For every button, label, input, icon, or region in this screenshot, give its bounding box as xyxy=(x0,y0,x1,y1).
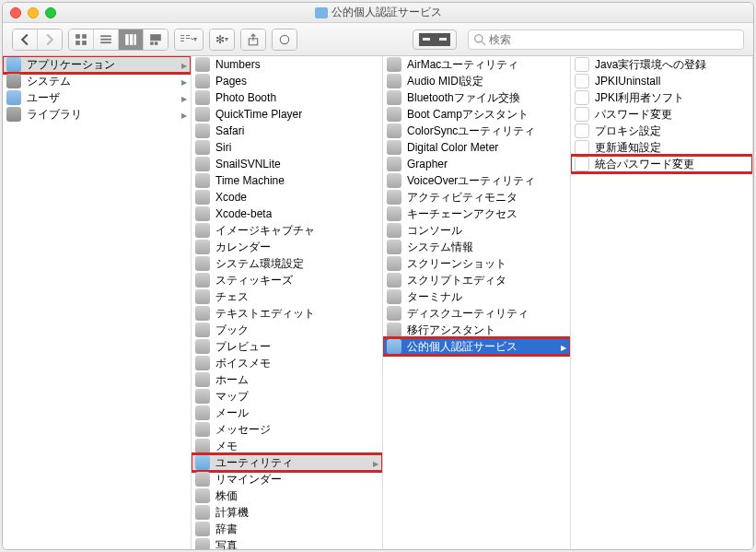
nav-buttons xyxy=(12,29,63,51)
list-item[interactable]: キーチェーンアクセス xyxy=(383,206,570,222)
list-item[interactable]: 公的個人認証サービス xyxy=(383,338,570,355)
list-item[interactable]: ディスクユーティリティ xyxy=(383,305,570,322)
list-item[interactable]: アクティビティモニタ xyxy=(383,189,570,206)
list-item[interactable]: Time Machine xyxy=(192,172,382,189)
list-item[interactable]: SnailSVNLite xyxy=(192,156,382,172)
view-list-button[interactable] xyxy=(94,29,119,50)
list-item[interactable]: 更新通知設定 xyxy=(571,139,752,156)
list-item[interactable]: プロキシ設定 xyxy=(571,123,752,139)
tags-button[interactable] xyxy=(273,29,297,50)
document-icon xyxy=(575,123,589,138)
list-item[interactable]: システム環境設定 xyxy=(192,255,382,272)
item-label: キーチェーンアクセス xyxy=(407,206,518,222)
brand-badge xyxy=(413,29,457,50)
action-button[interactable]: ✻ ▾ xyxy=(210,29,234,50)
column-1[interactable]: アプリケーションシステムユーザライブラリ xyxy=(3,56,192,549)
list-item[interactable]: ブック xyxy=(192,322,382,338)
list-item[interactable]: 移行アシスタント xyxy=(383,322,570,338)
item-label: スクリーンショット xyxy=(407,256,506,272)
list-item[interactable]: Safari xyxy=(192,123,382,139)
list-item[interactable]: メール xyxy=(192,405,382,421)
list-item[interactable]: テキストエディット xyxy=(192,305,382,322)
list-item[interactable]: ColorSyncユーティリティ xyxy=(383,123,570,139)
list-item[interactable]: スクリプトエディタ xyxy=(383,272,570,288)
list-item[interactable]: JPKIUninstall xyxy=(571,73,752,89)
list-item[interactable]: 計算機 xyxy=(192,504,382,521)
list-item[interactable]: ボイスメモ xyxy=(192,355,382,371)
list-item[interactable]: 辞書 xyxy=(192,521,382,537)
list-item[interactable]: 写真 xyxy=(192,537,382,549)
folder-icon xyxy=(315,7,328,18)
list-item[interactable]: チェス xyxy=(192,288,382,305)
list-item[interactable]: メモ xyxy=(192,438,382,454)
list-item[interactable]: Pages xyxy=(192,73,382,89)
list-item[interactable]: Photo Booth xyxy=(192,89,382,106)
list-item[interactable]: アプリケーション xyxy=(3,56,191,73)
list-item[interactable]: Digital Color Meter xyxy=(383,139,570,156)
list-item[interactable]: リマインダー xyxy=(192,471,382,487)
svg-point-20 xyxy=(475,34,483,41)
list-item[interactable]: AirMacユーティリティ xyxy=(383,56,570,73)
view-icon-button[interactable] xyxy=(69,29,94,50)
item-label: パスワード変更 xyxy=(595,107,672,123)
list-item[interactable]: スクリーンショット xyxy=(383,255,570,272)
list-item[interactable]: システム xyxy=(3,73,191,89)
list-item[interactable]: パスワード変更 xyxy=(571,106,752,123)
forward-button[interactable] xyxy=(38,29,62,50)
app-icon xyxy=(195,273,210,288)
item-label: 辞書 xyxy=(215,522,238,537)
list-item[interactable]: マップ xyxy=(192,388,382,405)
column-4[interactable]: Java実行環境への登録JPKIUninstallJPKI利用者ソフトパスワード… xyxy=(571,56,753,549)
list-item[interactable]: Boot Campアシスタント xyxy=(383,106,570,123)
list-item[interactable]: 株価 xyxy=(192,487,382,504)
list-item[interactable]: ライブラリ xyxy=(3,106,191,123)
view-column-button[interactable] xyxy=(119,29,144,50)
svg-point-19 xyxy=(280,35,288,43)
list-item[interactable]: ユーザ xyxy=(3,89,191,106)
list-item[interactable]: コンソール xyxy=(383,222,570,239)
list-item[interactable]: Grapher xyxy=(383,156,570,172)
list-item[interactable]: プレビュー xyxy=(192,338,382,355)
close-icon[interactable] xyxy=(10,7,21,18)
list-item[interactable]: 統合パスワード変更 xyxy=(571,156,752,172)
list-item[interactable]: Siri xyxy=(192,139,382,156)
item-label: 公的個人認証サービス xyxy=(407,339,518,355)
list-item[interactable]: メッセージ xyxy=(192,421,382,438)
zoom-icon[interactable] xyxy=(45,7,56,18)
list-item[interactable]: Xcode xyxy=(192,189,382,206)
list-item[interactable]: スティッキーズ xyxy=(192,272,382,288)
list-item[interactable]: Numbers xyxy=(192,56,382,73)
chevron-right-icon xyxy=(181,60,187,70)
item-label: Audio MIDI設定 xyxy=(407,74,483,89)
svg-rect-7 xyxy=(125,34,129,45)
item-label: コンソール xyxy=(407,223,462,239)
share-button[interactable] xyxy=(241,29,265,50)
app-icon xyxy=(195,90,210,105)
item-label: システム情報 xyxy=(407,240,473,255)
list-item[interactable]: イメージキャプチャ xyxy=(192,222,382,239)
column-3[interactable]: AirMacユーティリティAudio MIDI設定Bluetoothファイル交換… xyxy=(383,56,571,549)
list-item[interactable]: システム情報 xyxy=(383,239,570,255)
list-item[interactable]: Bluetoothファイル交換 xyxy=(383,89,570,106)
list-item[interactable]: QuickTime Player xyxy=(192,106,382,123)
item-label: カレンダー xyxy=(215,240,271,255)
list-item[interactable]: ターミナル xyxy=(383,288,570,305)
list-item[interactable]: JPKI利用者ソフト xyxy=(571,89,752,106)
list-item[interactable]: ユーティリティ xyxy=(192,454,382,471)
list-item[interactable]: Java実行環境への登録 xyxy=(571,56,752,73)
search-input[interactable] xyxy=(468,29,744,50)
column-2[interactable]: NumbersPagesPhoto BoothQuickTime PlayerS… xyxy=(192,56,383,549)
list-item[interactable]: Xcode-beta xyxy=(192,206,382,222)
back-button[interactable] xyxy=(13,29,38,50)
list-item[interactable]: Audio MIDI設定 xyxy=(383,73,570,89)
arrange-button[interactable]: ▾ xyxy=(175,29,203,50)
list-item[interactable]: VoiceOverユーティリティ xyxy=(383,172,570,189)
item-label: QuickTime Player xyxy=(215,108,302,121)
app-icon xyxy=(387,107,401,122)
list-item[interactable]: カレンダー xyxy=(192,239,382,255)
list-item[interactable]: ホーム xyxy=(192,371,382,388)
view-gallery-button[interactable] xyxy=(144,29,168,50)
item-label: アプリケーション xyxy=(27,57,115,73)
minimize-icon[interactable] xyxy=(28,7,39,18)
item-label: スクリプトエディタ xyxy=(407,273,506,288)
